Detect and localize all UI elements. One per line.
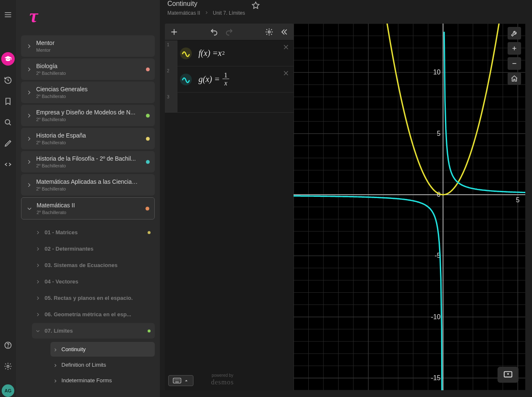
series-color-icon[interactable] — [177, 66, 194, 92]
course-title: Historia de la Filosofía - 2º de Bachil.… — [36, 155, 149, 162]
chevron-right-icon — [35, 328, 40, 333]
expression-index: 3 — [165, 93, 177, 112]
chevron-right-icon — [26, 206, 32, 212]
course-item[interactable]: MentorMentor — [21, 35, 155, 57]
present-button[interactable] — [498, 367, 519, 383]
undo-icon[interactable] — [209, 27, 219, 37]
svg-rect-5 — [173, 378, 181, 383]
svg-point-0 — [5, 119, 10, 124]
graduation-cap-icon[interactable] — [1, 52, 15, 66]
expression-index: 2 — [165, 66, 177, 92]
expression-input[interactable] — [194, 93, 294, 112]
chevron-right-icon — [35, 230, 40, 235]
avatar[interactable]: AG — [2, 384, 14, 397]
course-subtitle: 2º Bachillerato — [36, 117, 149, 122]
redo-icon — [224, 27, 234, 37]
expression-index: 1 — [165, 40, 177, 66]
chart-canvas[interactable]: -15-10-505105 — [294, 24, 525, 390]
graph-settings-icon[interactable] — [264, 27, 274, 37]
breadcrumb-course[interactable]: Matemáticas II — [167, 10, 200, 16]
course-item[interactable]: Matemáticas Aplicadas a las Ciencias S..… — [21, 174, 155, 196]
course-item[interactable]: Empresa y Diseño de Modelos de N...2º Ba… — [21, 105, 155, 126]
status-dot — [146, 206, 149, 210]
collapse-panel-icon[interactable] — [279, 27, 289, 37]
breadcrumb: Matemáticas II Unit 7. Límites — [167, 10, 245, 16]
svg-text:-15: -15 — [431, 374, 441, 381]
course-item[interactable]: Historia de España2º Bachillerato — [21, 128, 155, 149]
course-title: Biología — [36, 63, 149, 69]
chevron-right-icon — [35, 263, 40, 268]
lesson-title: Definition of Limits — [61, 362, 106, 368]
sidebar: τ MentorMentorBiología2º BachilleratoCie… — [16, 0, 160, 397]
close-icon[interactable] — [283, 70, 290, 77]
lesson-item[interactable]: Indeterminate Forms — [50, 373, 155, 388]
bookmark-icon[interactable] — [2, 95, 14, 108]
breadcrumb-unit[interactable]: Unit 7. Límites — [213, 10, 245, 16]
unit-item[interactable]: 01 - Matrices — [32, 225, 155, 240]
course-subtitle: 2º Bachillerato — [36, 140, 149, 145]
graph-panel[interactable]: -15-10-505105 — [294, 24, 525, 390]
unit-item[interactable]: 03. Sistemas de Ecuaciones — [32, 257, 155, 273]
app-logo[interactable]: τ — [24, 6, 44, 26]
home-icon[interactable] — [508, 72, 521, 85]
chevron-right-icon — [53, 347, 58, 352]
hamburger-icon[interactable] — [2, 8, 14, 21]
course-title: Matemáticas II — [37, 202, 148, 209]
help-icon[interactable] — [2, 339, 14, 352]
chevron-right-icon — [53, 378, 58, 383]
add-expression-button[interactable] — [169, 27, 179, 37]
powered-by-label: powered by desmos — [211, 373, 234, 386]
history-icon[interactable] — [2, 74, 14, 87]
course-item[interactable]: Matemáticas II2º Bachillerato — [21, 197, 155, 220]
svg-text:-10: -10 — [431, 313, 441, 320]
close-icon[interactable] — [283, 44, 290, 51]
page-header: Continuity Matemáticas II Unit 7. Límite… — [160, 0, 532, 20]
lesson-item[interactable]: Continuity — [50, 342, 155, 357]
keyboard-toggle[interactable] — [168, 375, 193, 386]
course-subtitle: 2º Bachillerato — [36, 163, 149, 168]
course-item[interactable]: Biología2º Bachillerato — [21, 58, 155, 80]
unit-item[interactable]: 02 - Determinantes — [32, 241, 155, 257]
unit-item[interactable]: 06. Geometría métrica en el esp... — [32, 307, 155, 322]
wrench-icon[interactable] — [508, 27, 521, 40]
chevron-right-icon — [35, 296, 40, 301]
pencil-icon[interactable] — [2, 137, 14, 150]
code-icon[interactable] — [2, 158, 14, 171]
unit-title: 01 - Matrices — [45, 229, 149, 236]
chevron-right-icon — [26, 182, 32, 188]
expression-row[interactable]: 2g(x) = 1x — [165, 66, 294, 93]
expression-input[interactable]: f(x) = x2 — [194, 40, 294, 66]
lesson-item[interactable]: Definition of Limits — [50, 357, 155, 372]
star-icon[interactable] — [251, 1, 260, 10]
expression-row[interactable]: 1f(x) = x2 — [165, 40, 294, 66]
series-color-icon[interactable] — [177, 40, 194, 66]
svg-point-4 — [268, 31, 270, 33]
zoom-out-icon[interactable] — [508, 57, 521, 70]
svg-text:5: 5 — [437, 130, 441, 137]
search-icon[interactable] — [2, 116, 14, 129]
course-title: Mentor — [36, 40, 149, 46]
lesson-title: Indeterminate Forms — [61, 377, 112, 384]
chevron-right-icon — [26, 159, 32, 165]
course-item[interactable]: Ciencias Generales2º Bachillerato — [21, 82, 155, 103]
status-dot — [148, 231, 151, 234]
expression-panel: 1f(x) = x22g(x) = 1x3 powered by desmos — [165, 24, 294, 390]
settings-icon[interactable] — [2, 360, 14, 373]
expression-row[interactable]: 3 — [165, 93, 294, 113]
unit-item[interactable]: 07. Límites — [32, 323, 155, 339]
status-dot — [146, 114, 150, 117]
zoom-in-icon[interactable] — [508, 42, 521, 55]
chevron-right-icon — [26, 66, 32, 72]
unit-item[interactable]: 05. Rectas y planos en el espacio. — [32, 290, 155, 306]
icon-rail: AG — [0, 0, 16, 397]
course-title: Ciencias Generales — [36, 86, 149, 93]
svg-point-2 — [8, 347, 8, 347]
status-dot — [146, 160, 150, 164]
page-title: Continuity — [167, 0, 245, 8]
expression-toolbar — [165, 24, 294, 40]
expression-input[interactable]: g(x) = 1x — [194, 66, 294, 92]
course-item[interactable]: Historia de la Filosofía - 2º de Bachil.… — [21, 151, 155, 172]
unit-title: 07. Límites — [45, 328, 149, 334]
svg-text:10: 10 — [433, 69, 441, 76]
unit-item[interactable]: 04 - Vectores — [32, 274, 155, 289]
